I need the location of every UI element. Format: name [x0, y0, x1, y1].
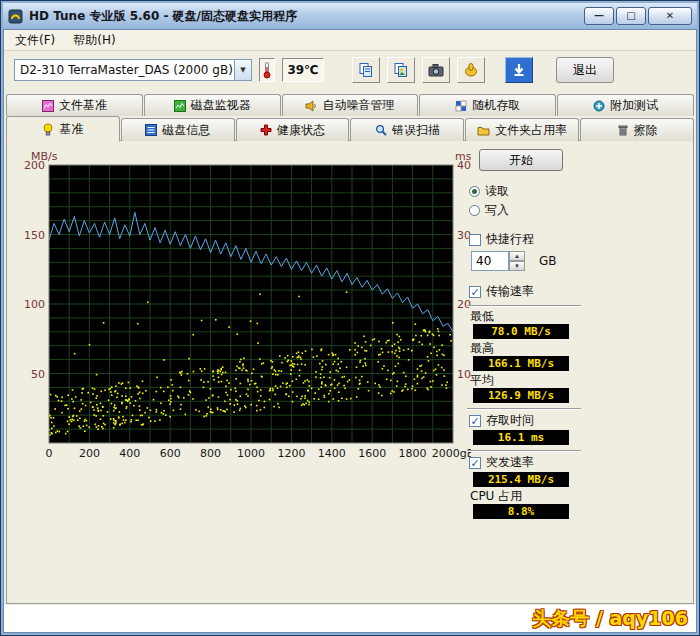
- app-window: HD Tune 专业版 5.60 - 硬盘/固态硬盘实用程序 — □ ✕ 文件(…: [0, 0, 700, 636]
- short-stroke-input[interactable]: [471, 251, 509, 271]
- close-button[interactable]: ✕: [648, 7, 692, 25]
- benchmark-tab-page: MB/sms5010015020010203040020040060080010…: [6, 140, 694, 604]
- read-radio-label: 读取: [485, 183, 509, 200]
- trash-icon: [617, 124, 629, 136]
- tab-label: 文件夹占用率: [495, 122, 567, 139]
- tab-acoustic-management[interactable]: 自动噪音管理: [282, 94, 419, 116]
- short-stroke-label: 快捷行程: [486, 231, 534, 248]
- camera-icon[interactable]: [422, 57, 450, 83]
- download-icon[interactable]: [505, 57, 533, 83]
- cpu-usage-label: CPU 占用: [470, 490, 581, 503]
- avg-value-display: 126.9 MB/s: [473, 388, 569, 403]
- divider: [467, 450, 581, 452]
- drive-select-value: D2-310 TerraMaster_DAS (2000 gB): [20, 63, 233, 77]
- access-time-label: 存取时间: [486, 412, 534, 429]
- transfer-rate-checkbox[interactable]: [469, 286, 481, 298]
- hand-icon[interactable]: [457, 57, 485, 83]
- chart-area: MB/sms5010015020010203040020040060080010…: [19, 149, 471, 467]
- benchmark-controls: 开始 读取 写入 快捷行程 ▲ ▼: [467, 149, 581, 521]
- svg-text:1400: 1400: [318, 447, 346, 460]
- tab-random-access[interactable]: 随机存取: [419, 94, 556, 116]
- tab-file-benchmark[interactable]: 文件基准: [6, 94, 143, 116]
- disk-monitor-icon: [174, 100, 186, 112]
- svg-text:200: 200: [79, 447, 100, 460]
- write-radio[interactable]: [469, 205, 480, 216]
- svg-text:1200: 1200: [277, 447, 305, 460]
- short-stroke-spinner: ▲ ▼ GB: [471, 251, 581, 271]
- burst-rate-checkbox[interactable]: [469, 457, 481, 469]
- tab-benchmark[interactable]: 基准: [6, 116, 120, 142]
- tab-row-secondary: 文件基准 磁盘监视器 自动噪音管理 随机存取 附加测试: [4, 94, 696, 116]
- read-radio[interactable]: [469, 186, 480, 197]
- tab-label: 随机存取: [472, 97, 520, 114]
- tab-label: 错误扫描: [392, 122, 440, 139]
- bottom-strip: 头条号 / aqy106: [4, 605, 696, 632]
- burst-rate-label: 突发速率: [486, 454, 534, 471]
- tab-erase[interactable]: 擦除: [580, 118, 694, 141]
- tab-error-scan[interactable]: 错误扫描: [350, 118, 464, 141]
- tab-label: 文件基准: [59, 97, 107, 114]
- spin-up-button[interactable]: ▲: [509, 251, 525, 261]
- tab-label: 健康状态: [277, 122, 325, 139]
- toolbar: D2-310 TerraMaster_DAS (2000 gB) ▼ 39℃: [4, 51, 696, 89]
- speaker-icon: [305, 100, 317, 112]
- svg-text:800: 800: [200, 447, 221, 460]
- tab-label: 附加测试: [610, 97, 658, 114]
- window-title: HD Tune 专业版 5.60 - 硬盘/固态硬盘实用程序: [29, 8, 578, 25]
- svg-text:50: 50: [31, 368, 45, 381]
- tab-disk-info[interactable]: 磁盘信息: [121, 118, 235, 141]
- spin-down-button[interactable]: ▼: [509, 261, 525, 271]
- max-label: 最高: [470, 342, 581, 355]
- checker-icon: [455, 100, 467, 112]
- menu-help[interactable]: 帮助(H): [64, 30, 124, 51]
- copy-image-icon[interactable]: [387, 57, 415, 83]
- cpu-usage-value-display: 8.8%: [473, 504, 569, 519]
- drive-select[interactable]: D2-310 TerraMaster_DAS (2000 gB) ▼: [14, 59, 252, 81]
- max-value-display: 166.1 MB/s: [473, 356, 569, 371]
- tab-row-main: 基准 磁盘信息 健康状态 错误扫描 文件夹占用率 擦除: [4, 116, 696, 141]
- file-benchmark-icon: [42, 100, 54, 112]
- tab-disk-monitor[interactable]: 磁盘监视器: [144, 94, 281, 116]
- short-stroke-checkbox[interactable]: [469, 234, 481, 246]
- tab-health[interactable]: 健康状态: [236, 118, 350, 141]
- svg-text:150: 150: [24, 229, 45, 242]
- start-button[interactable]: 开始: [479, 149, 563, 171]
- tab-folder-usage[interactable]: 文件夹占用率: [465, 118, 579, 141]
- magnifier-icon: [375, 124, 387, 136]
- access-time-checkbox[interactable]: [469, 415, 481, 427]
- min-value-display: 78.0 MB/s: [473, 324, 569, 339]
- svg-text:400: 400: [119, 447, 140, 460]
- svg-text:100: 100: [24, 298, 45, 311]
- avg-label: 平均: [470, 374, 581, 387]
- benchmark-chart: MB/sms5010015020010203040020040060080010…: [19, 149, 471, 467]
- info-icon: [145, 124, 157, 136]
- client-area: 文件(F) 帮助(H) D2-310 TerraMaster_DAS (2000…: [3, 29, 697, 633]
- svg-text:1600: 1600: [358, 447, 386, 460]
- tab-extra-tests[interactable]: 附加测试: [557, 94, 694, 116]
- svg-text:1800: 1800: [399, 447, 427, 460]
- menu-file[interactable]: 文件(F): [6, 30, 64, 51]
- svg-text:200: 200: [24, 159, 45, 172]
- maximize-button[interactable]: □: [616, 7, 646, 25]
- exit-button[interactable]: 退出: [556, 57, 614, 83]
- short-stroke-unit: GB: [539, 254, 557, 268]
- minimize-button[interactable]: —: [584, 7, 614, 25]
- bulb-icon: [42, 123, 54, 136]
- tab-label: 基准: [59, 121, 83, 138]
- copy-text-icon[interactable]: [352, 57, 380, 83]
- svg-text:2000gB: 2000gB: [432, 447, 471, 460]
- access-time-value-display: 16.1 ms: [473, 430, 569, 445]
- chevron-down-icon[interactable]: ▼: [234, 60, 251, 80]
- tab-label: 自动噪音管理: [322, 97, 394, 114]
- min-label: 最低: [470, 310, 581, 323]
- watermark-text: 头条号 / aqy106: [532, 606, 688, 632]
- svg-text:600: 600: [160, 447, 181, 460]
- tab-label: 磁盘信息: [162, 122, 210, 139]
- divider: [467, 305, 581, 307]
- svg-text:0: 0: [46, 447, 53, 460]
- transfer-rate-label: 传输速率: [486, 283, 534, 300]
- svg-text:1000: 1000: [237, 447, 265, 460]
- divider: [467, 408, 581, 410]
- tab-label: 磁盘监视器: [191, 97, 251, 114]
- title-bar: HD Tune 专业版 5.60 - 硬盘/固态硬盘实用程序 — □ ✕: [3, 3, 697, 29]
